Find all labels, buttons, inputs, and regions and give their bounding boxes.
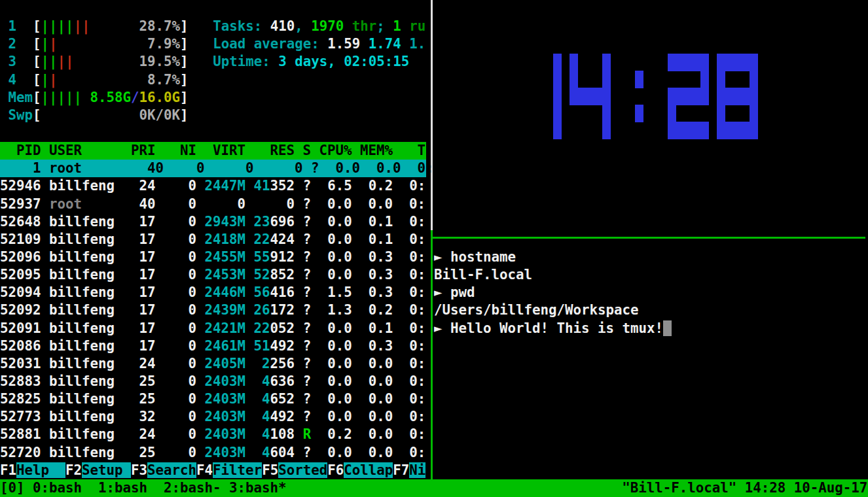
htop-function-key-bar-seg[interactable]: Filter <box>213 462 262 478</box>
htop-row-52825[interactable]: 52825 billfeng 25 0 2403M 4652 ? 0.0 0.0… <box>0 390 425 408</box>
htop-row-52086-seg[interactable] <box>245 338 254 354</box>
htop-row-52825-seg[interactable] <box>245 391 254 407</box>
pane-border-horizontal[interactable] <box>433 237 865 239</box>
htop-row-52720-seg[interactable] <box>245 445 254 460</box>
htop-row-52773[interactable]: 52773 billfeng 32 0 2403M 4492 ? 0.0 0.0… <box>0 408 425 426</box>
shell-cursor-seg[interactable] <box>663 320 672 336</box>
shell-command-current-seg[interactable]: Hello World! This is tmux! <box>450 320 663 336</box>
htop-row-52648-seg[interactable]: 696 <box>270 214 295 230</box>
htop-function-key-bar-seg[interactable]: Help <box>16 462 65 478</box>
htop-table-header-seg[interactable]: PID USER PRI NI VIRT RES S CPU% MEM% T <box>0 143 425 158</box>
htop-row-52825-seg[interactable]: 652 <box>270 391 295 407</box>
tmux-status-bar-seg[interactable]: [0] 0:bash 1:bash 2:bash- 3:bash* <box>0 480 287 496</box>
htop-function-key-bar-seg[interactable]: F5 <box>262 462 278 478</box>
htop-row-52883-seg[interactable]: 52883 billfeng 25 0 <box>0 373 205 389</box>
htop-row-52720-seg[interactable]: ? 0.0 0.0 0: <box>295 445 425 460</box>
htop-row-52648[interactable]: 52648 billfeng 17 0 2943M 23696 ? 0.0 0.… <box>0 213 425 231</box>
htop-row-52881-seg[interactable]: 2403M <box>205 426 246 442</box>
htop-row-52096-seg[interactable]: 912 <box>270 249 295 265</box>
htop-row-52109-seg[interactable]: 2418M <box>205 231 246 247</box>
htop-row-52086-seg[interactable]: ? 0.0 0.3 0: <box>295 338 425 354</box>
htop-row-52094[interactable]: 52094 billfeng 17 0 2446M 56416 ? 1.5 0.… <box>0 284 425 301</box>
htop-function-key-bar-seg[interactable]: Search <box>147 462 196 478</box>
htop-row-52094-seg[interactable]: 56 <box>254 284 270 300</box>
tmux-status-bar[interactable]: [0] 0:bash 1:bash 2:bash- 3:bash* "Bill-… <box>0 479 868 497</box>
htop-function-key-bar-seg[interactable]: F4 <box>196 462 213 478</box>
htop-row-52773-seg[interactable]: 492 <box>270 409 295 424</box>
htop-row-52109-seg[interactable]: 22 <box>254 231 270 247</box>
htop-row-52031-seg[interactable]: ? 0.0 0.0 0: <box>295 356 425 371</box>
htop-row-52094-seg[interactable]: 2446M <box>205 284 246 300</box>
htop-row-selected-seg[interactable]: 1 root 40 0 0 0 ? 0.0 0.0 0: <box>0 160 434 176</box>
htop-row-52092-seg[interactable] <box>245 302 254 318</box>
htop-row-52881-seg[interactable]: 4 <box>254 426 270 442</box>
htop-function-key-bar-seg[interactable]: F1 <box>0 462 16 478</box>
htop-row-52086-seg[interactable]: 52086 billfeng 17 0 <box>0 338 205 354</box>
htop-row-52946[interactable]: 52946 billfeng 24 0 2447M 41352 ? 6.5 0.… <box>0 177 425 195</box>
htop-row-52881-seg[interactable]: 52881 billfeng 24 0 <box>0 426 205 442</box>
htop-row-52825-seg[interactable]: 52825 billfeng 25 0 <box>0 391 205 407</box>
htop-row-52095-seg[interactable] <box>245 267 254 283</box>
htop-row-52096[interactable]: 52096 billfeng 17 0 2455M 55912 ? 0.0 0.… <box>0 248 425 266</box>
htop-row-52720-seg[interactable]: 4 <box>254 445 270 460</box>
htop-row-52946-seg[interactable]: ? 6.5 0.2 0: <box>295 178 425 194</box>
htop-row-52883[interactable]: 52883 billfeng 25 0 2403M 4636 ? 0.0 0.0… <box>0 373 425 390</box>
htop-row-52096-seg[interactable]: ? 0.0 0.3 0: <box>295 249 425 265</box>
htop-function-key-bar-seg[interactable]: F2 <box>65 462 82 478</box>
pane-border-vertical-top[interactable] <box>431 0 433 230</box>
htop-row-52094-seg[interactable]: 52094 billfeng 17 0 <box>0 284 205 300</box>
htop-row-52881-seg[interactable]: R <box>303 426 312 442</box>
htop-row-52031-seg[interactable] <box>245 356 254 371</box>
htop-row-52773-seg[interactable] <box>245 409 254 424</box>
htop-row-52095[interactable]: 52095 billfeng 17 0 2453M 52852 ? 0.0 0.… <box>0 266 425 284</box>
htop-row-52883-seg[interactable]: 636 <box>270 373 295 389</box>
htop-row-52648-seg[interactable] <box>245 214 254 230</box>
htop-row-52883-seg[interactable] <box>245 373 254 389</box>
htop-row-52720-seg[interactable]: 604 <box>270 445 295 460</box>
htop-row-52091-seg[interactable]: 52091 billfeng 17 0 <box>0 320 205 336</box>
htop-row-52883-seg[interactable]: ? 0.0 0.0 0: <box>295 373 425 389</box>
htop-row-52825-seg[interactable]: 4 <box>254 391 270 407</box>
htop-row-52883-seg[interactable]: 4 <box>254 373 270 389</box>
htop-row-52096-seg[interactable]: 55 <box>254 249 270 265</box>
htop-row-52881-seg[interactable]: 0.2 0.0 0: <box>311 426 425 442</box>
htop-row-52946-seg[interactable]: 52946 billfeng 24 0 <box>0 178 205 194</box>
htop-row-52096-seg[interactable]: 2455M <box>205 249 246 265</box>
htop-row-52109-seg[interactable]: ? 0.0 0.1 0: <box>295 231 425 247</box>
htop-function-key-bar-seg[interactable]: Sorted <box>278 462 327 478</box>
htop-row-52109-seg[interactable]: 424 <box>270 231 295 247</box>
htop-row-52092-seg[interactable]: 2439M <box>205 302 246 318</box>
htop-row-52648-seg[interactable]: 2943M <box>205 214 246 230</box>
htop-row-52946-seg[interactable] <box>245 178 254 194</box>
htop-row-52109[interactable]: 52109 billfeng 17 0 2418M 22424 ? 0.0 0.… <box>0 231 425 248</box>
htop-row-52086[interactable]: 52086 billfeng 17 0 2461M 51492 ? 0.0 0.… <box>0 337 425 355</box>
htop-function-key-bar-seg[interactable]: Setup <box>82 462 131 478</box>
htop-row-52881[interactable]: 52881 billfeng 24 0 2403M 4108 R 0.2 0.0… <box>0 426 425 443</box>
htop-row-52937-seg[interactable]: 52937 <box>0 196 49 212</box>
htop-row-52095-seg[interactable]: 52 <box>254 267 270 283</box>
htop-row-52881-seg[interactable] <box>295 426 303 442</box>
htop-row-52946-seg[interactable]: 2447M <box>205 178 246 194</box>
htop-function-key-bar-seg[interactable]: F3 <box>131 462 147 478</box>
pane-border-vertical-bottom[interactable] <box>431 230 433 479</box>
tmux-status-bar-seg[interactable]: "Bill-F.local" 14:28 10-Aug-17 <box>622 480 867 496</box>
htop-row-52648-seg[interactable]: 23 <box>254 214 270 230</box>
htop-row-52648-seg[interactable]: ? 0.0 0.1 0: <box>295 214 425 230</box>
htop-table-header[interactable]: PID USER PRI NI VIRT RES S CPU% MEM% T <box>0 142 426 160</box>
htop-row-selected[interactable]: 1 root 40 0 0 0 ? 0.0 0.0 0: <box>0 160 426 177</box>
htop-row-52086-seg[interactable]: 51 <box>254 338 270 354</box>
htop-row-52091[interactable]: 52091 billfeng 17 0 2421M 22052 ? 0.0 0.… <box>0 320 425 337</box>
htop-row-52031-seg[interactable]: 2 <box>254 356 270 371</box>
htop-row-52086-seg[interactable]: 2461M <box>205 338 246 354</box>
htop-row-52092[interactable]: 52092 billfeng 17 0 2439M 26172 ? 1.3 0.… <box>0 301 425 319</box>
htop-function-key-bar-seg[interactable]: F6 <box>327 462 344 478</box>
htop-row-52937-seg[interactable]: 40 0 0 0 ? 0.0 0.0 0: <box>82 196 425 212</box>
htop-row-52031-seg[interactable]: 52031 billfeng 24 0 <box>0 356 205 371</box>
htop-row-52095-seg[interactable]: 852 <box>270 267 295 283</box>
htop-row-52720-seg[interactable]: 2403M <box>205 445 246 460</box>
htop-row-52091-seg[interactable] <box>245 320 254 336</box>
htop-row-52881-seg[interactable] <box>245 426 254 442</box>
htop-row-52096-seg[interactable]: 52096 billfeng 17 0 <box>0 249 205 265</box>
htop-row-52773-seg[interactable]: 2403M <box>205 409 246 424</box>
htop-row-52881-seg[interactable]: 108 <box>270 426 295 442</box>
